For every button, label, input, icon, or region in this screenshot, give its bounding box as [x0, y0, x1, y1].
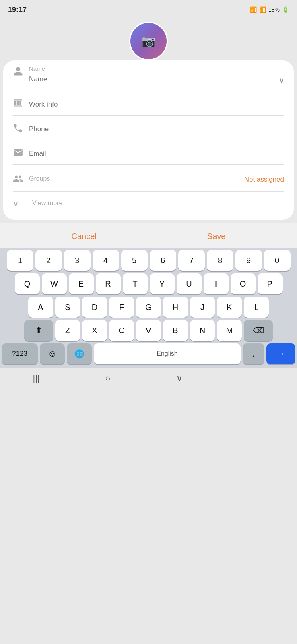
shift-key[interactable]: ⬆: [24, 320, 53, 341]
groups-label: Groups: [29, 175, 50, 182]
work-info-input[interactable]: [29, 97, 284, 112]
key-2[interactable]: 2: [35, 250, 62, 271]
phone-field-content: [29, 122, 284, 136]
action-bar: Cancel Save: [0, 223, 297, 248]
keyboard-bottom-row: ?123 ☺ 🌐 English . →: [2, 343, 295, 364]
globe-key[interactable]: 🌐: [67, 343, 92, 364]
camera-icon: 📷: [142, 35, 156, 48]
keyboard-qwerty-row: Q W E R T Y U I O P: [2, 273, 295, 294]
recent-nav-icon[interactable]: ∨: [176, 373, 183, 384]
key-z[interactable]: Z: [55, 320, 80, 341]
apps-nav-icon[interactable]: ⋮⋮: [248, 374, 264, 383]
phone-row: [13, 117, 284, 140]
key-s[interactable]: S: [55, 297, 80, 318]
key-u[interactable]: U: [177, 273, 202, 294]
view-more-row[interactable]: ∨ View more: [13, 192, 284, 212]
period-key[interactable]: .: [243, 343, 264, 364]
key-m[interactable]: M: [217, 320, 242, 341]
emoji-key[interactable]: ☺: [40, 343, 65, 364]
groups-value: Not assigned: [244, 175, 284, 184]
key-x[interactable]: X: [82, 320, 107, 341]
key-l[interactable]: L: [244, 297, 269, 318]
key-o[interactable]: O: [231, 273, 256, 294]
name-label: Name: [29, 65, 284, 72]
view-more-label: View more: [32, 200, 62, 207]
wifi-icon: 📶: [250, 6, 257, 13]
key-3[interactable]: 3: [64, 250, 91, 271]
key-6[interactable]: 6: [150, 250, 176, 271]
bottom-nav-bar: ||| ○ ∨ ⋮⋮: [0, 368, 297, 391]
key-7[interactable]: 7: [178, 250, 205, 271]
spacebar-key[interactable]: English: [94, 343, 241, 364]
key-y[interactable]: Y: [150, 273, 175, 294]
keyboard-asdf-row: A S D F G H J K L: [2, 297, 295, 318]
key-h[interactable]: H: [163, 297, 188, 318]
groups-row[interactable]: Groups Not assigned: [13, 166, 284, 192]
person-icon: [13, 65, 29, 79]
name-input[interactable]: [29, 74, 279, 87]
key-g[interactable]: G: [136, 297, 161, 318]
key-4[interactable]: 4: [93, 250, 119, 271]
key-k[interactable]: K: [217, 297, 242, 318]
work-info-field-content: [29, 97, 284, 112]
key-1[interactable]: 1: [7, 250, 33, 271]
key-p[interactable]: P: [258, 273, 283, 294]
key-v[interactable]: V: [136, 320, 161, 341]
key-e[interactable]: E: [69, 273, 94, 294]
key-0[interactable]: 0: [264, 250, 291, 271]
key-8[interactable]: 8: [207, 250, 233, 271]
name-field-content: Name ∨: [29, 65, 284, 87]
phone-icon: [13, 122, 29, 136]
key-a[interactable]: A: [28, 297, 53, 318]
backspace-key[interactable]: ⌫: [244, 320, 273, 341]
avatar[interactable]: 📷: [129, 22, 168, 60]
cancel-button[interactable]: Cancel: [56, 229, 113, 244]
key-w[interactable]: W: [42, 273, 67, 294]
key-i[interactable]: I: [204, 273, 229, 294]
key-n[interactable]: N: [190, 320, 215, 341]
work-info-row: [13, 93, 284, 116]
signal-icon: 📶: [259, 6, 266, 13]
chevron-down-icon: ∨: [279, 76, 284, 85]
view-more-chevron-icon: ∨: [13, 198, 29, 208]
keyboard-zxcv-row: ⬆ Z X C V B N M ⌫: [2, 320, 295, 341]
form-section: Name ∨: [3, 60, 294, 212]
back-nav-icon[interactable]: |||: [33, 373, 39, 384]
status-bar: 19:17 📶 📶 18% 🔋: [0, 0, 297, 18]
key-b[interactable]: B: [163, 320, 188, 341]
building-icon: [13, 97, 29, 111]
battery-icon: 🔋: [282, 6, 289, 13]
email-field-content: [29, 147, 284, 161]
contact-form-card: Name ∨: [3, 60, 294, 220]
name-row: Name ∨: [13, 60, 284, 91]
home-nav-icon[interactable]: ○: [105, 373, 110, 384]
email-input[interactable]: [29, 147, 284, 161]
key-j[interactable]: J: [190, 297, 215, 318]
key-f[interactable]: F: [109, 297, 134, 318]
phone-input[interactable]: [29, 122, 284, 136]
email-row: [13, 142, 284, 165]
key-9[interactable]: 9: [235, 250, 262, 271]
email-icon: [13, 147, 29, 160]
numeric-toggle-key[interactable]: ?123: [2, 343, 38, 364]
key-r[interactable]: R: [96, 273, 121, 294]
name-input-row: ∨: [29, 74, 284, 87]
status-time: 19:17: [8, 6, 27, 14]
enter-key[interactable]: →: [266, 343, 295, 364]
keyboard-number-row: 1 2 3 4 5 6 7 8 9 0: [2, 250, 295, 271]
save-button[interactable]: Save: [191, 229, 242, 244]
groups-icon: [13, 173, 29, 186]
key-d[interactable]: D: [82, 297, 107, 318]
groups-content: Groups Not assigned: [29, 175, 284, 184]
keyboard: 1 2 3 4 5 6 7 8 9 0 Q W E R T Y U I O P …: [0, 248, 297, 368]
status-right-icons: 📶 📶 18% 🔋: [250, 6, 289, 13]
battery-percentage: 18%: [268, 6, 280, 13]
key-q[interactable]: Q: [15, 273, 40, 294]
key-c[interactable]: C: [109, 320, 134, 341]
key-t[interactable]: T: [123, 273, 148, 294]
key-5[interactable]: 5: [121, 250, 148, 271]
